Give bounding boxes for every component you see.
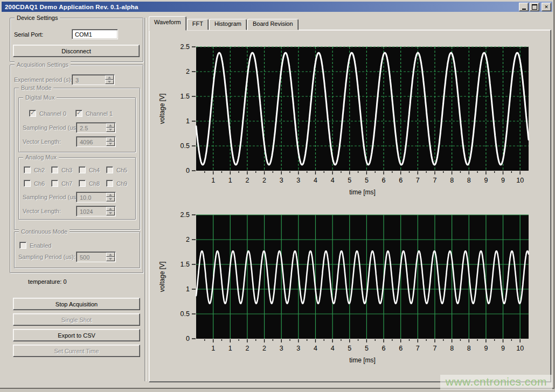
waveform-tab-panel: 00.511.522.511223344556677889910time [ms… [149,30,551,382]
svg-text:6: 6 [399,345,403,352]
spin-up-icon[interactable] [106,137,115,142]
svg-text:3: 3 [296,345,300,352]
svg-text:0: 0 [186,335,190,342]
spin-up-icon[interactable] [105,75,114,80]
svg-text:6: 6 [382,177,386,184]
tab-fft[interactable]: FFT [187,19,209,30]
tab-waveform[interactable]: Waveform [149,16,186,31]
checkbox-icon [75,110,82,117]
application-window: 200CDAQ1 Demo Application Rev. 0.1-alpha… [0,0,555,392]
maximize-button[interactable] [530,3,539,11]
svg-text:10: 10 [516,345,524,352]
svg-text:7: 7 [416,345,420,352]
ch5-checkbox[interactable]: Ch5 [106,166,127,173]
svg-text:voltage [V]: voltage [V] [158,262,166,292]
tab-strip: Waveform FFT Histogram Board Revision [150,20,299,30]
maximize-icon [532,4,537,10]
svg-text:1: 1 [186,117,190,125]
svg-text:9: 9 [501,345,505,352]
svg-text:2.5: 2.5 [181,43,190,51]
svg-text:8: 8 [467,177,471,184]
spin-up-icon[interactable] [106,123,115,128]
ch8-checkbox[interactable]: Ch8 [79,180,100,187]
checkbox-icon [79,180,86,187]
export-to-csv-button[interactable]: Export to CSV [13,329,140,341]
checkbox-icon [51,166,58,173]
svg-text:2.5: 2.5 [181,211,190,219]
spin-down-icon[interactable] [106,211,115,215]
single-shot-button[interactable]: Single Shot [13,313,140,326]
svg-text:4: 4 [331,177,335,184]
stop-acquisition-button[interactable]: Stop Acquisition [13,298,140,310]
acquisition-settings-group-label: Acquisition Settings [15,61,71,68]
digital-sampling-period-label: Sampling Period (us): [23,124,80,131]
spin-down-icon[interactable] [105,80,114,84]
close-button[interactable]: ✕ [542,3,551,11]
experiment-period-label: Experiment period (s): [14,76,72,83]
svg-text:0.5: 0.5 [181,310,190,318]
spin-up-icon[interactable] [106,193,115,197]
ch7-checkbox[interactable]: Ch7 [51,180,72,187]
svg-text:5: 5 [365,345,369,352]
analog-sampling-period-label: Sampling Period (us): [23,194,80,200]
spin-up-icon[interactable] [106,207,115,211]
digital-vector-length-spinner[interactable]: 4096 [76,136,116,147]
disconnect-button[interactable]: Disconnect [13,45,140,57]
experiment-period-spinner[interactable]: 3 [72,74,115,85]
title-bar[interactable]: 200CDAQ1 Demo Application Rev. 0.1-alpha… [2,2,552,12]
svg-text:2: 2 [245,177,249,184]
temperature-label: temperature: 0 [28,278,67,285]
minimize-button[interactable] [519,3,529,11]
spin-down-icon[interactable] [106,128,115,132]
analog-waveform-chart: 00.511.522.511223344556677889910time [ms… [155,208,544,369]
checkbox-icon [24,180,31,187]
continuous-sampling-period-spinner[interactable]: 500 [76,251,116,262]
analog-sampling-period-spinner[interactable]: 10.0 [76,192,116,202]
continuous-enabled-checkbox[interactable]: Enabled [19,242,51,249]
watermark: www.cntronics.com [440,375,552,390]
svg-text:2: 2 [186,236,190,243]
checkbox-icon [79,166,86,173]
spin-down-icon[interactable] [106,257,115,261]
channel1-checkbox[interactable]: Channel 1 [75,110,113,117]
tab-board-revision[interactable]: Board Revision [247,19,299,30]
svg-text:8: 8 [450,345,454,352]
svg-text:6: 6 [382,345,386,352]
channel0-checkbox[interactable]: Channel 0 [29,110,66,117]
svg-text:9: 9 [484,345,488,352]
digital-sampling-period-spinner[interactable]: 2.5 [76,122,116,133]
serial-port-input[interactable]: COM1 [72,29,118,39]
ch4-checkbox[interactable]: Ch4 [79,166,100,173]
svg-text:1: 1 [186,285,190,293]
tab-histogram[interactable]: Histogram [209,19,247,30]
svg-text:5: 5 [348,177,351,184]
spin-down-icon[interactable] [106,142,115,146]
svg-text:time [ms]: time [ms] [349,356,376,364]
set-current-time-button[interactable]: Set Current Time [13,345,140,357]
continuous-sampling-period-label: Sampling Period (us): [18,254,75,260]
continuous-mode-group-label: Continuous Mode [19,228,70,235]
svg-text:4: 4 [331,345,335,352]
svg-text:0.5: 0.5 [181,142,190,150]
spin-up-icon[interactable] [106,253,115,257]
svg-text:voltage [V]: voltage [V] [158,94,166,124]
checkbox-icon [51,180,58,187]
ch6-checkbox[interactable]: Ch6 [24,180,45,187]
checkbox-icon [29,110,36,117]
svg-text:1.5: 1.5 [181,261,190,268]
checkbox-icon [24,166,31,173]
ch2-checkbox[interactable]: Ch2 [24,166,45,173]
minimize-icon [522,9,526,10]
svg-text:8: 8 [467,345,471,352]
checkbox-icon [106,180,113,187]
digital-vector-length-label: Vector Length: [23,138,61,145]
panel-divider [144,18,147,381]
digital-mux-group-label: Digital Mux [23,94,57,101]
analog-vector-length-spinner[interactable]: 1024 [76,206,116,216]
ch9-checkbox[interactable]: Ch9 [106,180,127,187]
ch3-checkbox[interactable]: Ch3 [51,166,72,173]
svg-text:5: 5 [348,345,351,352]
spin-down-icon[interactable] [106,197,115,201]
window-frame: 200CDAQ1 Demo Application Rev. 0.1-alpha… [0,0,554,389]
svg-text:3: 3 [296,177,300,184]
